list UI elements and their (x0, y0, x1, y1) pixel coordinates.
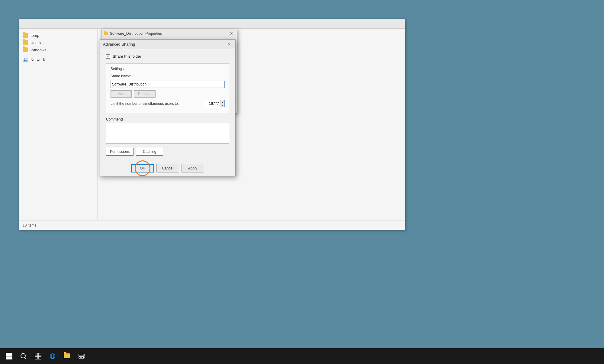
properties-title-text: Software_Distribution Properties (110, 31, 162, 36)
limit-row: Limit the number of simultaneous users t… (111, 100, 225, 107)
add-remove-row: Add Remove (111, 90, 225, 98)
share-checkbox[interactable] (106, 54, 110, 59)
sidebar-item-label: Windows (31, 48, 47, 52)
advanced-sharing-title: Advanced Sharing (103, 42, 135, 47)
internet-explorer-button[interactable] (46, 350, 59, 363)
advanced-dialog-buttons: OK Cancel Apply (100, 160, 235, 176)
sidebar-item-users[interactable]: Users (19, 39, 97, 46)
explorer-sidebar: temp Users Windows Network (19, 29, 98, 220)
svg-rect-9 (38, 356, 41, 359)
spinner-arrows: ▲ ▼ (220, 100, 224, 107)
title-folder-icon (104, 32, 108, 35)
add-button[interactable]: Add (111, 90, 132, 98)
svg-rect-2 (25, 60, 27, 60)
file-explorer-button[interactable] (60, 350, 74, 363)
advanced-sharing-content: Share this folder Settings Share name: A… (100, 49, 235, 160)
folder-icon (23, 40, 28, 45)
sidebar-item-label: Network (31, 57, 45, 62)
taskbar (0, 348, 604, 364)
svg-rect-7 (38, 353, 41, 356)
action-buttons-row: Permissions Caching (106, 148, 229, 156)
comments-section: Comments: (106, 117, 229, 145)
properties-titlebar: Software_Distribution Properties ✕ (101, 29, 237, 38)
start-icon (6, 353, 12, 359)
sidebar-item-label: temp (31, 33, 39, 38)
advanced-ok-button[interactable]: OK (131, 164, 154, 172)
remove-button[interactable]: Remove (134, 90, 156, 98)
file-explorer-icon (64, 353, 70, 359)
limit-spinner[interactable]: ▲ ▼ (205, 100, 225, 107)
search-icon (21, 353, 27, 359)
svg-point-16 (83, 357, 84, 358)
status-text: 10 items (23, 223, 36, 227)
advanced-cancel-button[interactable]: Cancel (156, 164, 179, 172)
settings-group-label: Settings (111, 67, 225, 71)
share-checkbox-label: Share this folder (113, 54, 141, 59)
sidebar-item-windows[interactable]: Windows (19, 46, 97, 53)
comments-label: Comments: (106, 117, 229, 121)
share-name-input[interactable] (111, 81, 225, 88)
caching-button[interactable]: Caching (136, 148, 163, 156)
svg-rect-1 (24, 60, 25, 61)
advanced-sharing-close-button[interactable]: ✕ (226, 41, 232, 47)
spinner-up-button[interactable]: ▲ (220, 100, 224, 104)
permissions-button[interactable]: Permissions (106, 148, 133, 156)
properties-title-left: Software_Distribution Properties (104, 31, 162, 36)
ie-icon (49, 353, 56, 359)
properties-close-button[interactable]: ✕ (228, 31, 234, 37)
search-button[interactable] (17, 350, 30, 363)
svg-rect-3 (25, 60, 27, 61)
folder-icon (23, 33, 28, 38)
share-checkbox-row[interactable]: Share this folder (106, 54, 229, 59)
settings-group: Settings Share name: Add Remove Limit th… (106, 63, 229, 113)
limit-label: Limit the number of simultaneous users t… (111, 101, 202, 106)
svg-rect-6 (35, 353, 38, 356)
server-manager-button[interactable] (75, 350, 88, 363)
server-manager-icon (78, 353, 85, 359)
share-name-label: Share name: (111, 74, 138, 78)
advanced-sharing-titlebar: Advanced Sharing ✕ (100, 40, 235, 49)
svg-point-15 (83, 355, 84, 356)
share-name-row: Share name: (111, 74, 225, 78)
start-button[interactable] (2, 350, 16, 363)
svg-rect-8 (35, 356, 38, 359)
network-icon (23, 57, 28, 62)
limit-value-input[interactable] (205, 100, 220, 107)
task-view-button[interactable] (31, 350, 45, 363)
explorer-statusbar: 10 items (19, 220, 405, 230)
sidebar-item-network[interactable]: Network (19, 56, 97, 63)
folder-icon (23, 47, 28, 52)
sidebar-item-label: Users (31, 40, 41, 45)
advanced-sharing-dialog: Advanced Sharing ✕ Share this folder Set… (100, 39, 236, 176)
comments-textarea[interactable] (106, 123, 229, 144)
task-view-icon (35, 353, 41, 359)
sidebar-item-temp[interactable]: temp (19, 32, 97, 39)
spinner-down-button[interactable]: ▼ (220, 104, 224, 107)
ok-highlight-wrapper: OK (131, 164, 154, 172)
explorer-titlebar (19, 19, 405, 29)
advanced-apply-button[interactable]: Apply (182, 164, 204, 172)
